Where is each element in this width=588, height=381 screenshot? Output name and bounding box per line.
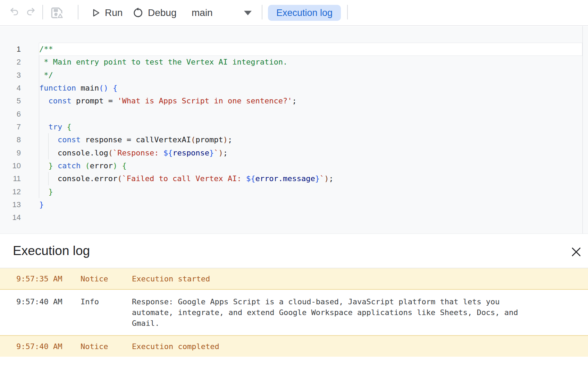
code-token: ; [329, 174, 333, 183]
code-line[interactable]: 14 [0, 211, 588, 224]
line-number: 14 [0, 211, 21, 224]
code-text: console.log(`Response: ${response}`); [21, 146, 588, 159]
code-token: ` [214, 149, 218, 157]
code-token: `Failed to call Vertex AI: [122, 174, 246, 183]
code-token: ; [223, 149, 228, 157]
code-line[interactable]: 3 */ [0, 69, 588, 82]
log-level: Notice [81, 273, 132, 284]
code-line[interactable]: 6 [0, 108, 588, 120]
code-token: try [49, 122, 62, 131]
code-token: error.message [255, 174, 315, 183]
code-token: const [49, 96, 72, 105]
code-token: () [99, 84, 108, 92]
undo-icon [9, 7, 19, 17]
code-token [117, 161, 122, 170]
code-token [39, 187, 49, 196]
code-line[interactable]: 11 console.error(`Failed to call Vertex … [0, 172, 588, 185]
code-token: function [39, 84, 76, 92]
redo-button[interactable] [26, 7, 36, 17]
close-execution-log-button[interactable] [571, 246, 582, 257]
code-text: } catch (error) { [21, 159, 588, 172]
code-text: */ [21, 69, 588, 82]
code-line[interactable]: 13} [0, 198, 588, 211]
dropdown-caret-icon[interactable] [244, 11, 252, 15]
code-token: { [122, 161, 126, 170]
close-icon [571, 246, 582, 257]
code-token: ${ [246, 174, 255, 183]
code-token: prompt = [72, 96, 117, 105]
code-token [39, 96, 49, 105]
code-token: ) [324, 174, 329, 183]
function-selector[interactable]: main [192, 0, 213, 26]
code-token [108, 84, 113, 92]
debug-button[interactable]: Debug [133, 0, 177, 26]
code-token: ) [219, 149, 223, 157]
log-level: Info [81, 296, 132, 329]
code-token: 'What is Apps Script in one sentence?' [117, 96, 292, 105]
code-token: ( [108, 149, 113, 157]
code-line[interactable]: 1/** [0, 43, 588, 56]
code-line[interactable]: 2 * Main entry point to test the Vertex … [0, 56, 588, 68]
code-token: } [39, 200, 44, 209]
toolbar-divider [262, 5, 262, 19]
code-text: } [21, 198, 588, 211]
log-time: 9:57:40 AM [16, 296, 81, 329]
redo-icon [26, 7, 36, 17]
code-text: const prompt = 'What is Apps Script in o… [21, 94, 588, 107]
code-text [21, 108, 588, 120]
debug-icon [133, 7, 144, 18]
code-token: `Response: [113, 149, 163, 157]
code-token: */ [39, 71, 53, 79]
line-number: 3 [0, 69, 21, 82]
code-text: function main() { [21, 82, 588, 94]
code-line[interactable]: 7 try { [0, 120, 588, 133]
code-token: prompt [195, 135, 223, 144]
code-token: * Main entry point to test the Vertex AI… [39, 58, 287, 66]
log-message: Response: Google Apps Script is a cloud-… [132, 296, 532, 329]
play-icon [92, 8, 101, 17]
code-token: console.error [39, 174, 117, 183]
line-number: 4 [0, 82, 21, 94]
log-entry: 9:57:35 AMNoticeExecution started [0, 268, 588, 290]
code-editor[interactable]: 1/**2 * Main entry point to test the Ver… [0, 26, 588, 234]
code-text: try { [21, 120, 588, 133]
toolbar: Run Debug main Execution log [0, 0, 588, 26]
execution-log-button-label: Execution log [276, 8, 333, 18]
code-line[interactable]: 10 } catch (error) { [0, 159, 588, 172]
code-line[interactable]: 12 } [0, 185, 588, 198]
toolbar-divider [42, 5, 43, 19]
apps-script-editor-window: Run Debug main Execution log 1/**2 [0, 0, 588, 381]
code-token: ; [228, 135, 232, 144]
code-line[interactable]: 4function main() { [0, 82, 588, 94]
undo-button[interactable] [9, 7, 19, 17]
code-token: { [113, 84, 117, 92]
line-number: 2 [0, 56, 21, 68]
code-token: ; [292, 96, 297, 105]
code-text: const response = callVertexAI(prompt); [21, 133, 588, 146]
code-token: response = callVertexAI [81, 135, 191, 144]
execution-log-button[interactable]: Execution log [268, 5, 341, 21]
run-button-label: Run [105, 7, 123, 18]
run-button[interactable]: Run [92, 0, 123, 26]
line-number: 5 [0, 94, 21, 107]
execution-log-panel: Execution log 9:57:35 AMNoticeExecution … [0, 234, 588, 381]
code-lines: 1/**2 * Main entry point to test the Ver… [0, 43, 588, 224]
log-entries: 9:57:35 AMNoticeExecution started9:57:40… [0, 268, 588, 357]
code-line[interactable]: 5 const prompt = 'What is Apps Script in… [0, 94, 588, 107]
line-number: 10 [0, 159, 21, 172]
log-time: 9:57:35 AM [16, 273, 81, 284]
code-token: ${ [163, 149, 173, 157]
log-entry: 9:57:40 AMInfoResponse: Google Apps Scri… [0, 290, 588, 335]
save-status-button[interactable] [49, 5, 65, 20]
code-token: catch [58, 161, 81, 170]
code-token: const [58, 135, 81, 144]
line-number: 12 [0, 185, 21, 198]
code-token: } [49, 187, 53, 196]
code-text: * Main entry point to test the Vertex AI… [21, 56, 588, 68]
code-line[interactable]: 9 console.log(`Response: ${response}`); [0, 146, 588, 159]
code-token: ( [117, 174, 122, 183]
line-number: 1 [0, 43, 21, 56]
code-token [62, 122, 67, 131]
code-line[interactable]: 8 const response = callVertexAI(prompt); [0, 133, 588, 146]
code-token: main [76, 84, 99, 92]
